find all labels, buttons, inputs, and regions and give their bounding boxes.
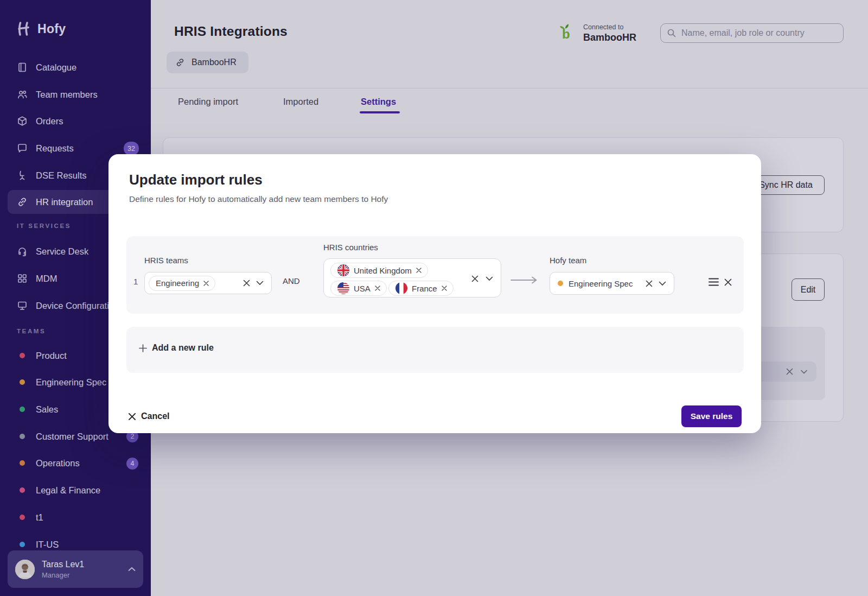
hris-countries-label: HRIS countries (323, 243, 378, 252)
chip-label: Engineering (156, 278, 199, 288)
close-icon (128, 413, 136, 421)
remove-chip-icon[interactable] (203, 281, 209, 286)
hris-countries-select[interactable]: United Kingdom USA France (323, 258, 501, 297)
remove-chip-icon[interactable] (442, 286, 447, 291)
chip-label: United Kingdom (354, 266, 412, 275)
plus-icon (139, 344, 147, 352)
country-chip-united-kingdom[interactable]: United Kingdom (330, 263, 428, 278)
team-color-dot (558, 281, 563, 286)
hofy-team-select[interactable]: Engineering Spec (550, 272, 674, 295)
country-chip-usa[interactable]: USA (330, 281, 387, 296)
app-root: Hofy Catalogue Team members Orders Reque… (0, 0, 868, 596)
chevron-down-icon[interactable] (256, 281, 264, 286)
hris-teams-label: HRIS teams (144, 256, 188, 265)
save-rules-button[interactable]: Save rules (681, 405, 742, 427)
flag-us-icon (337, 282, 349, 294)
and-operator: AND (283, 276, 300, 286)
hofy-team-label: Hofy team (550, 256, 586, 265)
drag-handle-icon[interactable] (709, 278, 719, 286)
arrow-right-icon (510, 276, 539, 284)
clear-icon[interactable] (242, 279, 251, 287)
chip-label: USA (354, 284, 371, 293)
flag-uk-icon (337, 264, 349, 276)
chevron-down-icon[interactable] (486, 276, 493, 281)
flag-fr-icon (395, 282, 407, 294)
modal-subtitle: Define rules for Hofy to automatically a… (129, 194, 388, 204)
team-chip-engineering[interactable]: Engineering (149, 276, 215, 291)
update-import-rules-modal: Update import rules Define rules for Hof… (108, 154, 761, 433)
hofy-team-value: Engineering Spec (569, 279, 633, 288)
clear-icon[interactable] (645, 280, 653, 288)
remove-chip-icon[interactable] (375, 286, 380, 291)
chevron-down-icon[interactable] (659, 281, 666, 286)
country-chip-france[interactable]: France (388, 281, 454, 296)
modal-title: Update import rules (129, 172, 263, 188)
add-rule-button[interactable]: Add a new rule (139, 343, 214, 353)
cancel-label: Cancel (141, 411, 169, 421)
add-rule-panel: Add a new rule (126, 327, 744, 373)
hris-teams-select[interactable]: Engineering (144, 272, 272, 294)
rule-number: 1 (133, 277, 138, 286)
remove-chip-icon[interactable] (416, 268, 422, 273)
cancel-button[interactable]: Cancel (128, 411, 169, 421)
clear-icon[interactable] (471, 275, 479, 283)
chip-label: France (412, 284, 437, 293)
add-rule-label: Add a new rule (152, 343, 214, 353)
delete-rule-icon[interactable] (724, 278, 732, 287)
